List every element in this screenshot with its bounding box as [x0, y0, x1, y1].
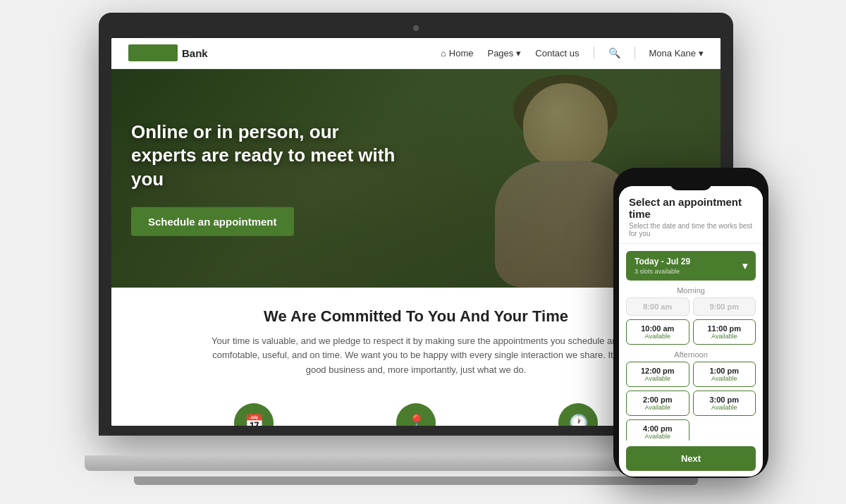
nav-home[interactable]: ⌂ Home: [441, 48, 474, 59]
site-logo: Bank: [128, 44, 208, 61]
time-slot-300pm[interactable]: 3:00 pm Available: [693, 391, 756, 416]
nav-pages[interactable]: Pages ▾: [487, 48, 521, 59]
time-slots-scroll: Morning 8:00 am 9:00 pm 10:00 am Availab…: [619, 281, 763, 441]
next-button[interactable]: Next: [626, 446, 756, 471]
slot-availability: Available: [632, 375, 683, 382]
feature-branches: 📍 Nearby Branches We make it easy to cho…: [352, 403, 479, 426]
laptop-foot: [134, 477, 698, 485]
slot-availability: Available: [632, 433, 683, 440]
time-slot-200pm[interactable]: 2:00 pm Available: [626, 391, 689, 416]
laptop-camera: [413, 25, 419, 31]
morning-slots-grid: 8:00 am 9:00 pm 10:00 am Available 11:00…: [619, 297, 763, 345]
afternoon-slots-grid: 12:00 pm Available 1:00 pm Available 2:0…: [619, 362, 763, 441]
time-slot-100pm[interactable]: 1:00 pm Available: [693, 362, 756, 387]
commitment-title: We Are Committed To You And Your Time: [140, 307, 692, 326]
chevron-down-icon-date: ▾: [742, 260, 747, 271]
user-menu[interactable]: Mona Kane ▾: [649, 48, 704, 59]
slot-time: 8:00 am: [632, 302, 683, 311]
appointment-header: Select an appointment time Select the da…: [619, 186, 763, 244]
branches-icon: 📍: [396, 403, 436, 426]
slot-time: 12:00 pm: [632, 367, 683, 375]
time-slot-400pm[interactable]: 4:00 pm Available: [626, 419, 689, 441]
phone-screen: Select an appointment time Select the da…: [619, 186, 763, 477]
slot-time: 4:00 pm: [632, 424, 683, 433]
afternoon-section-label: Afternoon: [619, 345, 763, 362]
logo-green-block: [128, 44, 178, 61]
scheduling-icon: 📅: [234, 403, 274, 426]
phone-device: Select an appointment time Select the da…: [613, 168, 768, 478]
home-icon: ⌂: [441, 48, 446, 59]
slot-time: 10:00 am: [632, 324, 683, 333]
slot-availability: Available: [699, 375, 750, 382]
slot-availability: Available: [699, 404, 750, 411]
time-slot-1200pm[interactable]: 12:00 pm Available: [626, 362, 689, 387]
slot-availability: Available: [632, 404, 683, 411]
slot-time: 11:00 pm: [699, 324, 750, 333]
selected-date: Today - Jul 29: [634, 257, 690, 266]
time-slot-800am[interactable]: 8:00 am: [626, 297, 689, 316]
time-slot-1000am[interactable]: 10:00 am Available: [626, 319, 689, 345]
nav-divider: [594, 47, 594, 59]
laptop-device: Bank ⌂ Home Pages ▾ Contact us: [99, 13, 747, 492]
appointment-title: Select an appointment time: [629, 196, 753, 220]
slot-time: 3:00 pm: [699, 395, 750, 404]
logo-text: Bank: [182, 47, 208, 59]
feature-scheduling: 📅 Stress-Free Scheduling Our online sche…: [190, 403, 317, 426]
morning-section-label: Morning: [619, 281, 763, 297]
chevron-down-icon: ▾: [516, 48, 521, 59]
slot-time: 2:00 pm: [632, 395, 683, 404]
slots-available: 3 slots available: [634, 268, 690, 275]
slot-availability: Available: [632, 333, 683, 340]
nav-divider-2: [634, 47, 635, 59]
search-icon[interactable]: 🔍: [608, 47, 620, 59]
phone-notch: [670, 178, 712, 190]
reminders-icon: 🕐: [558, 403, 598, 426]
time-slot-1100pm[interactable]: 11:00 pm Available: [693, 319, 756, 345]
time-slot-900pm[interactable]: 9:00 pm: [693, 297, 756, 316]
features-row: 📅 Stress-Free Scheduling Our online sche…: [140, 392, 692, 426]
hero-title: Online or in person, our experts are rea…: [131, 120, 399, 191]
commitment-body: Your time is valuable, and we pledge to …: [204, 334, 627, 378]
date-selector-button[interactable]: Today - Jul 29 3 slots available ▾: [626, 251, 756, 281]
appointment-subtitle: Select the date and time the works best …: [629, 222, 753, 238]
schedule-appointment-button[interactable]: Schedule an appointment: [131, 207, 294, 236]
nav-links: ⌂ Home Pages ▾ Contact us 🔍 Mona Kane: [441, 47, 704, 59]
slot-availability: Available: [699, 333, 750, 340]
slot-time: 9:00 pm: [699, 302, 750, 311]
chevron-down-icon-user: ▾: [699, 48, 704, 59]
nav-contact[interactable]: Contact us: [535, 48, 579, 59]
slot-time: 1:00 pm: [699, 367, 750, 375]
hero-content: Online or in person, our experts are rea…: [131, 120, 399, 235]
site-nav: Bank ⌂ Home Pages ▾ Contact us: [111, 38, 721, 69]
